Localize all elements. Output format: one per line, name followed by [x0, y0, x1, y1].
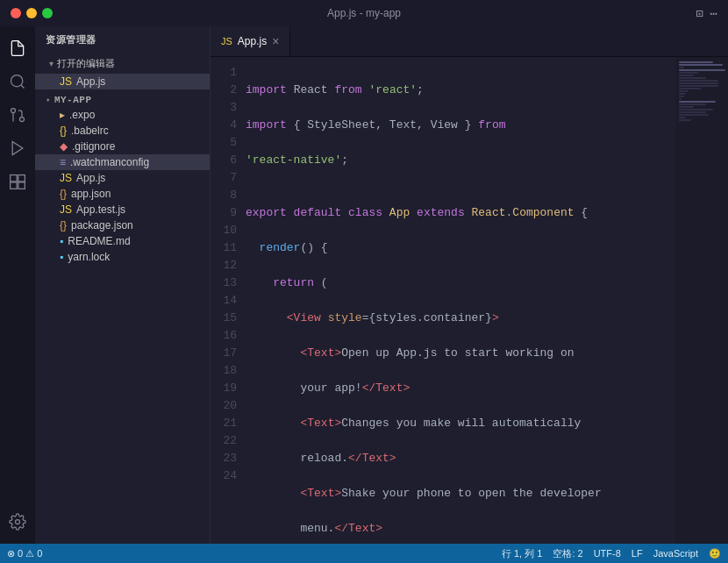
item-label: .watchmanconfig	[70, 156, 149, 168]
status-bar: ⊗ 0 ⚠ 0 行 1, 列 1 空格: 2 UTF-8 LF JavaScri…	[0, 544, 728, 563]
item-label: App.test.js	[76, 203, 125, 216]
sidebar-item-watchmanconfig[interactable]: ≡ .watchmanconfig	[35, 154, 210, 170]
line-ending[interactable]: LF	[632, 548, 643, 559]
sidebar-item-yarnlock[interactable]: ▪ yarn.lock	[35, 249, 210, 265]
minimap-content	[675, 57, 728, 125]
language-mode[interactable]: JavaScript	[653, 548, 698, 559]
minimap	[675, 57, 728, 544]
project-arrow: ▾	[46, 96, 51, 105]
project-name: MY-APP	[54, 95, 92, 105]
sidebar-item-expo[interactable]: ▸ .expo	[35, 107, 210, 123]
item-label: yarn.lock	[68, 251, 110, 263]
tab-label: App.js	[238, 35, 267, 47]
sidebar-item-gitignore[interactable]: ◆ .gitignore	[35, 139, 210, 154]
open-file-label: App.js	[76, 75, 105, 88]
activity-bar	[0, 26, 35, 544]
item-label: App.js	[76, 172, 105, 184]
tab-bar: JS App.js ×	[211, 26, 728, 57]
svg-rect-8	[11, 182, 18, 189]
yarn-icon: ▪	[60, 251, 63, 263]
split-editor-icon[interactable]: ⊡	[696, 6, 703, 21]
tab-appjs[interactable]: JS App.js ×	[211, 26, 290, 56]
warning-icon: ⚠	[25, 548, 34, 559]
sidebar-item-apptestjs[interactable]: JS App.test.js	[35, 202, 210, 217]
svg-rect-6	[11, 175, 18, 182]
error-icon: ⊗	[7, 548, 15, 559]
source-control-icon[interactable]	[3, 100, 32, 130]
json-icon: {}	[60, 188, 67, 200]
titlebar-actions: ⊡ ⋯	[696, 6, 717, 21]
svg-rect-7	[18, 175, 25, 182]
encoding[interactable]: UTF-8	[594, 548, 621, 559]
sidebar-item-appjson[interactable]: {} app.json	[35, 186, 210, 202]
item-label: .gitignore	[72, 140, 115, 153]
window-controls	[11, 8, 53, 18]
cursor-position[interactable]: 行 1, 列 1	[502, 547, 542, 560]
warning-count: 0	[37, 548, 42, 559]
window-title: App.js - my-app	[327, 7, 401, 19]
svg-point-2	[20, 118, 25, 122]
tab-icon: JS	[221, 36, 232, 46]
folder-icon: ▸	[60, 109, 65, 121]
item-label: README.md	[68, 235, 130, 247]
titlebar: App.js - my-app ⊡ ⋯	[0, 0, 728, 26]
more-options-icon[interactable]: ⋯	[710, 6, 717, 21]
item-label: package.json	[71, 219, 133, 232]
sidebar-item-appjs[interactable]: JS App.js	[35, 170, 210, 186]
files-icon[interactable]	[3, 33, 32, 63]
svg-marker-5	[12, 142, 23, 155]
svg-point-3	[11, 109, 16, 113]
close-button[interactable]	[11, 8, 21, 18]
open-editors-section[interactable]: ▾ 打开的编辑器	[35, 53, 210, 74]
search-icon[interactable]	[3, 67, 32, 96]
settings-icon[interactable]	[3, 507, 32, 537]
code-editor[interactable]: 123456 789101112 131415161718 1920212223…	[211, 57, 675, 544]
item-label: .expo	[69, 109, 95, 121]
svg-point-10	[16, 520, 20, 524]
line-numbers: 123456 789101112 131415161718 1920212223…	[211, 64, 246, 537]
sidebar-item-babelrc[interactable]: {} .babelrc	[35, 123, 210, 139]
sidebar-item-packagejson[interactable]: {} package.json	[35, 217, 210, 233]
status-right: 行 1, 列 1 空格: 2 UTF-8 LF JavaScript 🙂	[502, 547, 721, 560]
tab-close-button[interactable]: ×	[272, 35, 279, 47]
js-icon: JS	[60, 172, 72, 184]
code-content: import React from 'react'; import { Styl…	[246, 64, 675, 537]
js-file-icon: JS	[60, 75, 72, 88]
debug-icon[interactable]	[3, 133, 32, 163]
error-count: 0	[18, 548, 23, 559]
editor-main: 123456 789101112 131415161718 1920212223…	[211, 57, 728, 544]
extensions-icon[interactable]	[3, 167, 32, 196]
md-icon: ▪	[60, 235, 63, 247]
indent-setting[interactable]: 空格: 2	[553, 547, 582, 560]
project-folder[interactable]: ▾ MY-APP	[35, 93, 210, 107]
sidebar-item-readme[interactable]: ▪ README.md	[35, 233, 210, 249]
babel-icon: {}	[60, 125, 67, 137]
open-file-appjs[interactable]: JS App.js	[35, 74, 210, 89]
main-layout: 资源管理器 ▾ 打开的编辑器 JS App.js ▾ MY-APP ▸ .exp…	[0, 26, 728, 544]
maximize-button[interactable]	[42, 8, 53, 18]
git-icon: ◆	[60, 140, 68, 153]
open-editors-label: 打开的编辑器	[57, 57, 115, 70]
editor-area: JS App.js × 123456 789101112 13141516171…	[211, 26, 728, 544]
status-left: ⊗ 0 ⚠ 0	[7, 548, 42, 559]
svg-line-1	[21, 85, 25, 89]
sidebar-header: 资源管理器	[35, 26, 210, 53]
svg-rect-9	[18, 182, 25, 189]
minimize-button[interactable]	[26, 8, 37, 18]
json-icon: {}	[60, 219, 67, 232]
item-label: app.json	[71, 188, 111, 200]
js-icon: JS	[60, 203, 72, 216]
open-editors-arrow: ▾	[49, 59, 54, 68]
errors-indicator[interactable]: ⊗ 0 ⚠ 0	[7, 548, 42, 559]
item-label: .babelrc	[71, 125, 109, 137]
activity-bar-bottom	[3, 507, 32, 537]
svg-point-0	[11, 75, 23, 87]
config-icon: ≡	[60, 156, 66, 168]
sidebar: 资源管理器 ▾ 打开的编辑器 JS App.js ▾ MY-APP ▸ .exp…	[35, 26, 211, 544]
feedback-icon[interactable]: 🙂	[709, 548, 721, 559]
